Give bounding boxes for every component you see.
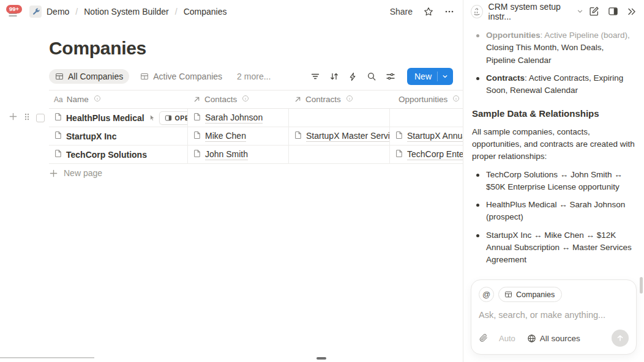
column-header-opportunities[interactable]: Opportunities — [390, 90, 463, 108]
relation-value[interactable]: Sarah Johnson — [205, 113, 263, 124]
cell-opportunities[interactable]: StartupX Annual — [390, 127, 463, 145]
attach-paperclip-icon[interactable] — [479, 333, 489, 343]
table-view-icon — [55, 72, 64, 81]
list-item: Contracts: Active Contracts, Expiring So… — [472, 72, 635, 97]
relation-arrow-icon — [294, 95, 302, 103]
info-icon[interactable] — [346, 95, 353, 104]
column-label: Contracts — [305, 95, 341, 104]
cell-name[interactable]: TechCorp Solutions — [49, 146, 188, 163]
chevron-down-icon — [577, 7, 583, 17]
table-row: HealthPlus Medical OPEN Sarah Johnson — [49, 109, 463, 127]
info-icon[interactable] — [452, 95, 460, 104]
more-views-button[interactable]: 2 more... — [237, 72, 271, 81]
add-row-icon[interactable] — [9, 112, 18, 124]
bullet-text: TechCorp Solutions ↔ John Smith ↔ $50K E… — [486, 169, 635, 194]
cell-name[interactable]: HealthPlus Medical OPEN — [49, 109, 188, 127]
record-title: TechCorp Solutions — [66, 150, 147, 160]
page-icon — [193, 113, 201, 123]
relation-value[interactable]: TechCorp Enterp — [407, 149, 463, 160]
bullet-text: Contracts: Active Contracts, Expiring So… — [486, 72, 635, 97]
drag-handle-icon[interactable] — [23, 113, 31, 124]
page-icon — [294, 131, 302, 141]
app-window: 99+ Demo / Notion System Builder / Compa… — [0, 0, 644, 362]
column-label: Opportunities — [399, 95, 447, 104]
share-button[interactable]: Share — [390, 7, 413, 17]
side-peek-icon — [165, 114, 172, 122]
view-settings-icon[interactable] — [386, 72, 395, 81]
page-icon — [395, 149, 403, 160]
sources-selector[interactable]: All sources — [527, 334, 580, 343]
search-icon[interactable] — [367, 72, 376, 81]
cell-contracts[interactable] — [289, 109, 390, 127]
cell-contacts[interactable]: John Smith — [188, 146, 289, 163]
page-icon — [193, 149, 201, 160]
breadcrumb-separator: / — [75, 7, 78, 17]
automation-bolt-icon[interactable] — [348, 72, 358, 81]
more-options-icon[interactable] — [444, 7, 454, 17]
thread-title-button[interactable]: CRM system setup instr... — [489, 2, 583, 21]
new-page-button[interactable]: New page — [49, 164, 463, 182]
info-icon[interactable] — [242, 95, 249, 104]
wrench-icon — [32, 7, 40, 15]
assistant-panel: CRM system setup instr... Opportuniti — [463, 0, 644, 362]
list-item: TechCorp Solutions ↔ John Smith ↔ $50K E… — [472, 169, 635, 194]
bullet-text: HealthPlus Medical ↔ Sarah Johnson (pros… — [486, 199, 635, 224]
breadcrumb-item-demo[interactable]: Demo — [47, 7, 69, 17]
new-button-label: New — [414, 72, 432, 81]
new-chat-icon[interactable] — [589, 6, 599, 17]
tab-all-companies[interactable]: All Companies — [49, 69, 129, 84]
cell-opportunities[interactable] — [390, 109, 463, 127]
relation-value[interactable]: Mike Chen — [205, 131, 246, 142]
sort-icon[interactable] — [329, 72, 339, 81]
main-topbar: 99+ Demo / Notion System Builder / Compa… — [0, 0, 463, 23]
bullet-dot — [476, 34, 479, 37]
chevron-down-icon — [442, 73, 448, 79]
breadcrumb-item-companies[interactable]: Companies — [184, 7, 227, 17]
list-item: Opportunities: Active Pipeline (board), … — [472, 29, 635, 67]
mouse-cursor-icon — [149, 113, 155, 123]
column-header-contracts[interactable]: Contracts — [289, 90, 390, 108]
ai-prompt-input[interactable] — [479, 310, 629, 320]
page-icon — [395, 131, 403, 141]
row-gutter — [9, 109, 45, 127]
plus-icon — [49, 169, 58, 178]
cell-contacts[interactable]: Mike Chen — [188, 127, 289, 145]
button-divider — [437, 72, 438, 81]
ai-composer: @ Companies Auto All sources — [471, 279, 637, 355]
bullet-text: Opportunities: Active Pipeline (board), … — [486, 29, 635, 67]
tab-active-companies[interactable]: Active Companies — [134, 69, 228, 84]
table-header-row: Aa Name Contacts Contracts Opportunities — [49, 90, 463, 109]
row-checkbox[interactable] — [36, 114, 45, 122]
info-icon[interactable] — [94, 95, 101, 104]
favorite-star-icon[interactable] — [424, 7, 433, 17]
record-title: StartupX Inc — [66, 131, 116, 141]
filter-icon[interactable] — [310, 72, 320, 81]
side-peek-toggle-icon[interactable] — [608, 6, 618, 17]
relation-value[interactable]: StartupX Annual — [407, 131, 463, 142]
cell-contracts[interactable] — [289, 146, 390, 163]
cell-contracts[interactable]: StartupX Master Services — [289, 127, 390, 145]
mention-button[interactable]: @ — [479, 287, 494, 302]
relation-value[interactable]: John Smith — [205, 149, 248, 160]
cell-opportunities[interactable]: TechCorp Enterp — [390, 146, 463, 163]
scrollbar-thumb[interactable] — [640, 277, 643, 294]
cell-name[interactable]: StartupX Inc — [49, 127, 188, 145]
globe-icon — [527, 334, 536, 343]
new-record-button[interactable]: New — [407, 68, 453, 85]
context-chip-companies[interactable]: Companies — [498, 287, 562, 302]
column-header-contacts[interactable]: Contacts — [188, 90, 289, 108]
column-label: Name — [67, 95, 89, 104]
breadcrumb-item-builder[interactable]: Notion System Builder — [84, 7, 169, 17]
column-header-name[interactable]: Aa Name — [49, 90, 188, 108]
list-item: StartupX Inc ↔ Mike Chen ↔ $12K Annual S… — [472, 229, 635, 267]
bullet-dot — [476, 77, 479, 80]
sidebar-toggle[interactable]: 99+ — [6, 5, 24, 18]
tab-label: All Companies — [68, 72, 123, 81]
page-icon — [54, 113, 62, 123]
collapse-panel-icon[interactable] — [627, 7, 637, 17]
send-button[interactable] — [612, 330, 629, 347]
relation-value[interactable]: StartupX Master Services — [306, 131, 390, 142]
auto-mode-label[interactable]: Auto — [499, 334, 515, 343]
open-record-button[interactable]: OPEN — [159, 111, 188, 125]
cell-contacts[interactable]: Sarah Johnson — [188, 109, 289, 127]
